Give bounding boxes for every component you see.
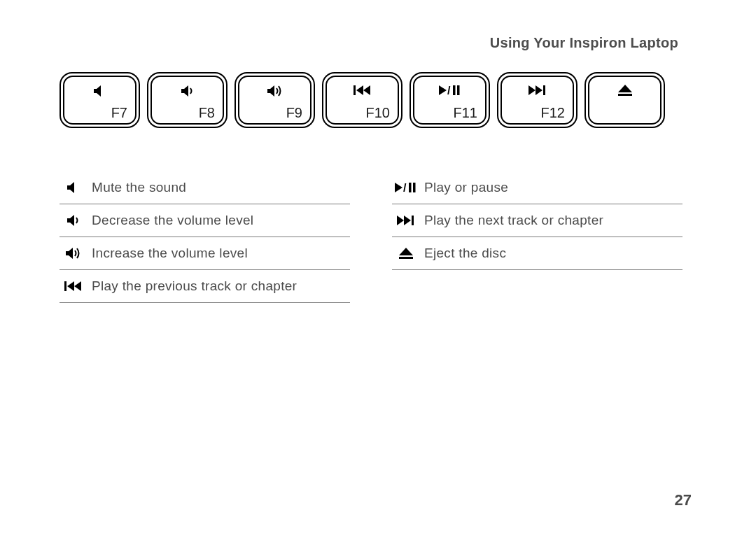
legend-text: Mute the sound <box>88 180 186 195</box>
page-header: Using Your Inspiron Laptop <box>59 35 682 51</box>
legend-row: Increase the volume level <box>59 237 350 270</box>
key-label: F8 <box>199 105 215 121</box>
mute-icon <box>59 181 88 194</box>
key-f8: F8 <box>147 72 227 128</box>
legend-text: Eject the disc <box>420 246 506 261</box>
legend-row: Play the previous track or chapter <box>59 270 350 303</box>
legend-row: Play the next track or chapter <box>392 204 682 237</box>
key-label: F12 <box>541 105 565 121</box>
key-label: F11 <box>454 105 477 121</box>
key-label: F9 <box>286 105 302 121</box>
legend-row: Decrease the volume level <box>59 204 350 237</box>
volume-up-icon <box>267 85 284 97</box>
play-pause-icon <box>392 182 420 193</box>
key-label: F10 <box>366 105 390 121</box>
previous-track-icon <box>354 85 372 96</box>
key-f7: F7 <box>59 72 140 128</box>
volume-down-icon <box>59 214 88 227</box>
legend: Mute the sound Decrease the volume level… <box>59 171 682 303</box>
legend-text: Decrease the volume level <box>88 213 253 228</box>
volume-up-icon <box>59 247 88 260</box>
eject-icon <box>618 85 632 97</box>
key-f11: F11 <box>410 72 490 128</box>
key-f9: F9 <box>234 72 315 128</box>
volume-down-icon <box>181 85 195 97</box>
page-number: 27 <box>675 491 692 509</box>
legend-row: Play or pause <box>392 171 682 204</box>
function-key-row: F7 F8 F9 F10 F11 F12 <box>59 72 682 128</box>
legend-right-column: Play or pause Play the next track or cha… <box>392 171 682 303</box>
previous-track-icon <box>59 281 88 292</box>
legend-row: Eject the disc <box>392 237 682 270</box>
key-f10: F10 <box>322 72 402 128</box>
legend-text: Play the previous track or chapter <box>88 278 297 294</box>
key-eject <box>584 72 665 128</box>
legend-left-column: Mute the sound Decrease the volume level… <box>59 171 350 303</box>
play-pause-icon <box>439 85 461 96</box>
legend-text: Play or pause <box>420 180 508 195</box>
legend-text: Play the next track or chapter <box>420 213 603 228</box>
next-track-icon <box>528 85 547 96</box>
eject-icon <box>392 248 420 260</box>
next-track-icon <box>392 215 420 226</box>
legend-row: Mute the sound <box>59 171 350 204</box>
key-label: F7 <box>111 105 127 121</box>
mute-icon <box>93 85 107 97</box>
key-f12: F12 <box>497 72 578 128</box>
legend-text: Increase the volume level <box>88 246 248 261</box>
